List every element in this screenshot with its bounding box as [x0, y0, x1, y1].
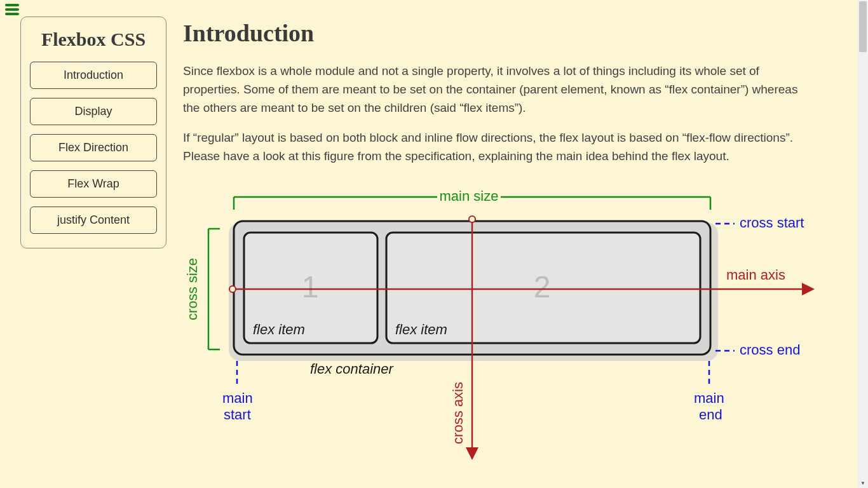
- nav-item-introduction[interactable]: Introduction: [30, 62, 157, 89]
- scrollbar-down-icon[interactable]: ▼: [858, 478, 868, 488]
- nav-item-flex-direction[interactable]: Flex Direction: [30, 134, 157, 161]
- hamburger-menu-icon[interactable]: [5, 4, 19, 15]
- scrollbar-thumb[interactable]: [859, 1, 867, 52]
- svg-point-14: [469, 216, 475, 222]
- nav-item-display[interactable]: Display: [30, 98, 157, 125]
- nav-item-justify-content[interactable]: justify Content: [30, 207, 157, 234]
- label-main-end-l2: end: [699, 407, 722, 423]
- flexbox-diagram: main size cross size 1 2 flex item flex …: [183, 184, 818, 464]
- sidebar: Flexbox CSS Introduction Display Flex Di…: [20, 17, 166, 248]
- svg-point-12: [229, 286, 236, 292]
- sidebar-title: Flexbox CSS: [30, 29, 157, 50]
- label-main-start-l2: start: [224, 407, 251, 423]
- label-item1-num: 1: [302, 270, 319, 304]
- label-main-end-l1: main: [694, 390, 724, 406]
- label-main-axis: main axis: [726, 267, 785, 283]
- intro-paragraph-1: Since flexbox is a whole module and not …: [183, 62, 806, 118]
- label-main-start-l1: main: [222, 390, 253, 406]
- label-cross-size: cross size: [184, 258, 200, 320]
- label-main-size: main size: [440, 188, 499, 204]
- page-title: Introduction: [183, 19, 825, 47]
- label-cross-start: cross start: [740, 215, 804, 231]
- label-flex-item-1: flex item: [253, 322, 305, 337]
- label-flex-item-2: flex item: [395, 322, 447, 337]
- nav-item-flex-wrap[interactable]: Flex Wrap: [30, 170, 157, 198]
- label-item2-num: 2: [534, 270, 551, 304]
- scrollbar[interactable]: ▼: [858, 0, 868, 488]
- main-content: Introduction Since flexbox is a whole mo…: [183, 19, 825, 464]
- label-flex-container: flex container: [310, 361, 395, 377]
- label-cross-axis: cross axis: [450, 382, 466, 444]
- label-cross-end: cross end: [740, 342, 800, 358]
- intro-paragraph-2: If “regular” layout is based on both blo…: [183, 129, 806, 166]
